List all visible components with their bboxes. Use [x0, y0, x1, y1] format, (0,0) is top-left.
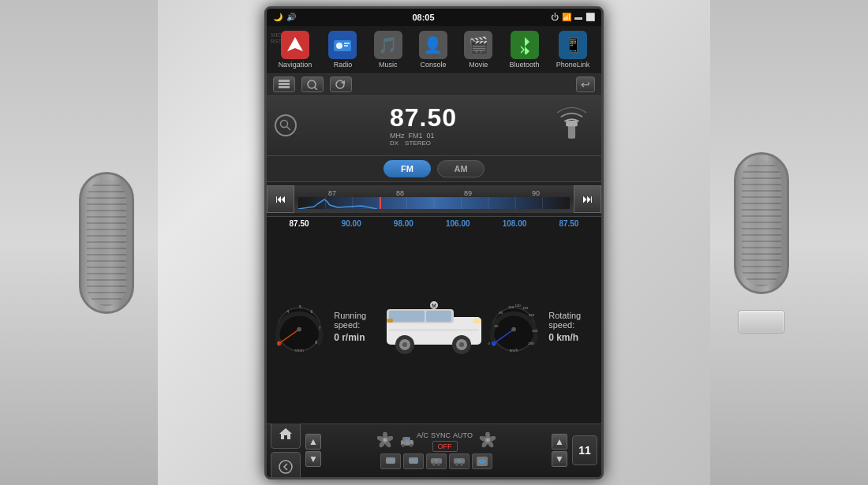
phonelink-label: PhoneLink: [556, 61, 590, 69]
svg-text:240: 240: [528, 341, 534, 345]
right-panel: [710, 0, 868, 485]
svg-rect-81: [409, 457, 418, 464]
preset-2[interactable]: 90.00: [342, 219, 361, 228]
frequency-presets: 87.50 90.00 98.00 106.00 108.00 87.50: [267, 217, 601, 230]
status-right: ⏻ 📶 ▬ ⬜: [551, 13, 595, 21]
temp-right: ▲ ▼: [552, 434, 567, 467]
radio-tab-scan[interactable]: [301, 76, 324, 92]
radio-freq-area: 87.50 MHz FM1 01 DX STEREO: [267, 96, 601, 156]
window-icon: ⬜: [586, 13, 595, 21]
ac-labels: A/C SYNC AUTO: [417, 431, 473, 439]
car-unit: MICRST 🌙 🔊 08:05 ⏻ 📶 ▬ ⬜ Navigation: [0, 0, 868, 485]
prev-button[interactable]: ⏮: [267, 185, 294, 213]
svg-text:5: 5: [299, 304, 301, 309]
home-button[interactable]: [271, 419, 301, 449]
power-icon: ⏻: [551, 13, 559, 21]
freq-band: FM1: [408, 132, 422, 140]
left-panel: [0, 0, 158, 485]
app-movie[interactable]: 🎬 Movie: [464, 31, 492, 69]
right-button[interactable]: [738, 310, 785, 334]
svg-point-73: [410, 444, 413, 447]
bluetooth-icon: [511, 31, 539, 59]
mark-90: 90: [532, 189, 540, 197]
radio-back-button[interactable]: ↩: [576, 76, 595, 92]
console-icon: 👤: [419, 31, 447, 59]
gauges-area: 0 4 5 6 7 8 r/min Running speed:: [267, 230, 601, 423]
temp-down-right[interactable]: ▼: [552, 451, 567, 467]
fan-right-icon: [480, 432, 496, 451]
app-console[interactable]: 👤 Console: [419, 31, 447, 69]
fm-button[interactable]: FM: [383, 160, 431, 177]
search-button[interactable]: [275, 114, 297, 136]
svg-point-72: [402, 444, 405, 447]
ac-off-button[interactable]: OFF: [432, 441, 458, 452]
speed-label: Rotating speed:: [548, 311, 597, 330]
preset-4[interactable]: 106.00: [446, 219, 470, 228]
preset-5[interactable]: 108.00: [503, 219, 527, 228]
rpm-gauge-group: 0 4 5 6 7 8 r/min Running speed:: [271, 291, 383, 362]
preset-1[interactable]: 87.50: [290, 219, 309, 228]
temp-up-right[interactable]: ▲: [552, 434, 567, 450]
app-bluetooth[interactable]: Bluetooth: [509, 31, 539, 69]
freq-stereo: STEREO: [405, 140, 431, 147]
mode-icon-5[interactable]: [472, 453, 492, 469]
radio-tab-presets[interactable]: [273, 76, 295, 92]
frequency-info: MHz FM1 01: [390, 132, 435, 140]
app-phonelink[interactable]: 📱 PhoneLink: [556, 31, 590, 69]
svg-rect-89: [477, 457, 488, 466]
svg-line-12: [287, 127, 291, 131]
svg-text:100: 100: [508, 305, 514, 309]
freq-channel: 01: [426, 132, 434, 140]
svg-point-63: [279, 461, 292, 473]
svg-rect-45: [387, 319, 393, 323]
svg-text:120: 120: [515, 304, 522, 308]
mode-icon-1[interactable]: [380, 453, 401, 469]
freq-dx: DX: [390, 140, 398, 147]
svg-rect-80: [386, 457, 395, 464]
mode-icon-4[interactable]: [449, 453, 470, 469]
rpm-label: Running speed:: [334, 311, 383, 330]
navigation-label: Navigation: [279, 61, 312, 69]
svg-rect-83: [431, 458, 442, 464]
mark-87: 87: [328, 189, 336, 197]
preset-3[interactable]: 98.00: [394, 219, 413, 228]
svg-text:6: 6: [311, 309, 313, 314]
preset-6[interactable]: 87.50: [559, 219, 578, 228]
next-button[interactable]: ⏭: [574, 185, 601, 213]
am-button[interactable]: AM: [437, 160, 485, 177]
frequency-display: 87.50 MHz FM1 01 DX STEREO: [390, 105, 457, 147]
svg-line-9: [315, 88, 318, 91]
status-bar: 🌙 🔊 08:05 ⏻ 📶 ▬ ⬜: [267, 9, 601, 26]
svg-point-40: [402, 342, 407, 347]
temp-down-left[interactable]: ▼: [305, 451, 321, 467]
svg-rect-4: [344, 45, 348, 47]
bottom-bar: ▲ ▼: [267, 423, 601, 477]
svg-rect-5: [279, 80, 290, 82]
app-radio[interactable]: Radio: [328, 31, 357, 69]
navigation-icon: [281, 31, 309, 59]
app-music[interactable]: 🎵 Music: [374, 31, 402, 69]
back-button[interactable]: [271, 452, 301, 477]
svg-rect-48: [389, 329, 479, 331]
svg-text:M: M: [432, 303, 436, 308]
app-navigation[interactable]: Navigation: [279, 31, 312, 69]
freq-unit: MHz: [390, 132, 405, 140]
temp-up-left[interactable]: ▲: [305, 434, 321, 450]
phonelink-icon: 📱: [559, 31, 587, 59]
signal-antenna: [550, 103, 593, 149]
speed-value: 0 km/h: [548, 332, 597, 343]
mode-icon-2[interactable]: [403, 453, 424, 469]
svg-point-88: [460, 463, 463, 466]
frequency-scale: 87 88 89 90: [294, 185, 574, 213]
fm-am-bar: FM AM: [267, 156, 601, 181]
svg-point-11: [281, 121, 288, 128]
mark-88: 88: [396, 189, 404, 197]
radio-top-bar: ↩: [267, 74, 601, 96]
radio-tab-refresh[interactable]: [330, 76, 352, 92]
svg-marker-62: [279, 428, 292, 439]
radio-tuner: ⏮ 87 88 89 90: [267, 181, 601, 217]
svg-rect-44: [473, 319, 481, 323]
tuner-bar: ⏮ 87 88 89 90: [267, 185, 601, 213]
svg-text:200: 200: [532, 329, 538, 333]
mode-icon-3[interactable]: [426, 453, 447, 469]
